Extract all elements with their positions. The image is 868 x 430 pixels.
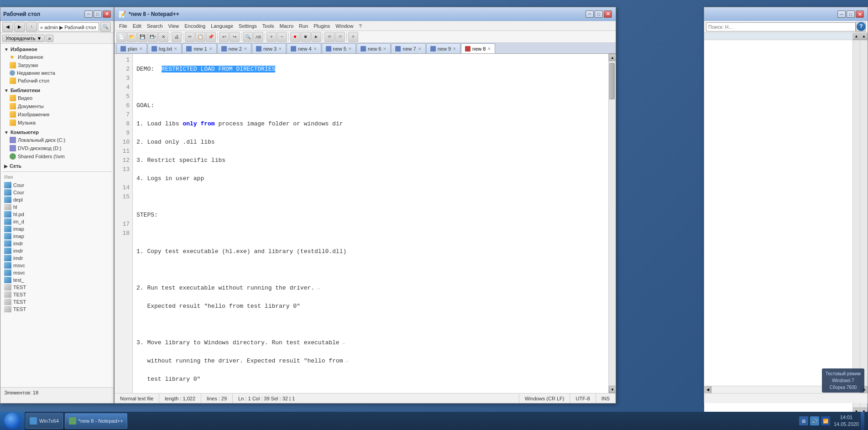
sidebar-item-desktop[interactable]: Рабочий стол	[2, 77, 112, 85]
toolbar-macro-stop-button[interactable]: ⏹	[301, 32, 311, 42]
sidebar-item-downloads[interactable]: Загрузки	[2, 61, 112, 69]
tab-new6-close[interactable]: ✕	[383, 47, 387, 51]
menu-encoding[interactable]: Encoding	[182, 22, 208, 30]
explorer-maximize-button[interactable]: □	[94, 10, 102, 18]
file-item[interactable]: depl	[2, 196, 112, 203]
scrollbar-thumb[interactable]	[609, 63, 615, 99]
file-item[interactable]: TEST	[2, 306, 112, 313]
file-item[interactable]: TEST	[2, 291, 112, 298]
scrollbar-down-button[interactable]: ▼	[609, 386, 616, 393]
sidebar-item-shared[interactable]: Shared Folders (\\vm	[2, 152, 112, 161]
notepad-minimize-button[interactable]: ─	[586, 10, 594, 18]
tab-log[interactable]: log.txt ✕	[147, 43, 182, 53]
tab-new1[interactable]: new 1 ✕	[182, 43, 216, 53]
tab-new5-close[interactable]: ✕	[348, 47, 352, 51]
toolbar-macro-record-button[interactable]: ⏺	[290, 32, 300, 42]
right-panel-minimize-button[interactable]: ─	[837, 10, 846, 18]
right-panel-close-button[interactable]: ✕	[856, 10, 864, 18]
menu-settings[interactable]: Settings	[236, 22, 260, 30]
toolbar-zoom-in-button[interactable]: +	[267, 32, 277, 42]
sidebar-network-header[interactable]: ▶ Сеть	[2, 162, 112, 170]
explorer-minimize-button[interactable]: ─	[84, 10, 93, 18]
file-item[interactable]: imdr	[2, 247, 112, 254]
file-item[interactable]: Cour	[2, 189, 112, 196]
tray-icon-2[interactable]: 🔊	[810, 416, 819, 425]
show-desktop-button[interactable]	[861, 412, 864, 430]
file-item[interactable]: TEST	[2, 298, 112, 306]
tab-new6[interactable]: new 6 ✕	[356, 43, 391, 53]
toolbar-copy-button[interactable]: 📋	[195, 32, 205, 42]
tab-new7[interactable]: new 7 ✕	[391, 43, 425, 53]
explorer-more-button[interactable]: »	[46, 35, 53, 42]
system-clock[interactable]: 14:01 14.05.2020	[834, 414, 859, 428]
menu-tools[interactable]: Tools	[260, 22, 277, 30]
toolbar-extra-button[interactable]: ≡	[348, 32, 358, 42]
toolbar-paste-button[interactable]: 📌	[206, 32, 216, 42]
tab-new1-close[interactable]: ✕	[209, 47, 213, 51]
taskbar-item-notepad[interactable]: *new 8 - Notepad++	[65, 413, 127, 429]
file-item[interactable]: imap	[2, 233, 112, 240]
toolbar-sync-button[interactable]: ⟳	[324, 32, 335, 42]
editor-vertical-scrollbar[interactable]: ▲ ▼	[608, 54, 616, 393]
file-item[interactable]: imdr	[2, 254, 112, 262]
tab-new2-close[interactable]: ✕	[244, 47, 247, 51]
sidebar-item-d-drive[interactable]: DVD-дисковод (D:)	[2, 144, 112, 152]
sidebar-item-images[interactable]: Изображения	[2, 110, 112, 119]
tab-new8[interactable]: new 8 ✕	[461, 43, 495, 53]
start-button[interactable]	[0, 412, 25, 430]
menu-plugins[interactable]: Plugins	[311, 22, 333, 30]
tab-new5[interactable]: new 5 ✕	[322, 43, 356, 53]
tray-icon-1[interactable]: ⊞	[799, 416, 808, 425]
file-item[interactable]: im_d	[2, 218, 112, 225]
right-scrollbar-up[interactable]: ▲	[853, 33, 860, 40]
sidebar-favorites-header[interactable]: ▼ Избранное	[2, 46, 112, 53]
menu-macro[interactable]: Macro	[277, 22, 296, 30]
toolbar-find-button[interactable]: 🔍	[243, 32, 253, 42]
sidebar-computer-header[interactable]: ▼ Компьютер	[2, 129, 112, 136]
explorer-close-button[interactable]: ✕	[103, 10, 111, 18]
editor-content[interactable]: DEMO: RESTRICTED LOAD FROM DIRECTORIES G…	[133, 54, 608, 393]
sidebar-item-favorites[interactable]: ★ Избранное	[2, 53, 112, 61]
toolbar-macro-play-button[interactable]: ▶	[311, 32, 321, 42]
toolbar-save-button[interactable]: 💾	[137, 32, 147, 42]
right-panel-maximize-button[interactable]: □	[847, 10, 855, 18]
menu-file[interactable]: File	[116, 22, 130, 30]
menu-view[interactable]: View	[166, 22, 182, 30]
tab-plan-close[interactable]: ✕	[139, 47, 143, 51]
menu-edit[interactable]: Edit	[130, 22, 144, 30]
right-scrollbar-track[interactable]	[853, 40, 860, 408]
tab-new3-close[interactable]: ✕	[278, 47, 282, 51]
menu-window[interactable]: Window	[333, 22, 356, 30]
explorer-address-bar[interactable]: « admin ▶ Рабочий стол	[38, 22, 99, 31]
menu-language[interactable]: Language	[208, 22, 236, 30]
toolbar-close-button[interactable]: ✕	[158, 32, 168, 42]
tab-new3[interactable]: new 3 ✕	[252, 43, 286, 53]
toolbar-save-all-button[interactable]: 💾+	[148, 32, 158, 42]
toolbar-zoom-out-button[interactable]: −	[277, 32, 287, 42]
toolbar-undo-button[interactable]: ↩	[219, 32, 229, 42]
file-item[interactable]: msvc	[2, 262, 112, 269]
toolbar-redo-button[interactable]: ↪	[230, 32, 240, 42]
menu-search[interactable]: Search	[144, 22, 166, 30]
taskbar-item-explorer[interactable]: Win7x64	[26, 413, 63, 429]
explorer-up-button[interactable]: ↑	[26, 22, 37, 32]
sidebar-item-recent[interactable]: Недавние места	[2, 69, 112, 77]
sidebar-item-video[interactable]: Видео	[2, 94, 112, 102]
tab-new4-close[interactable]: ✕	[314, 47, 317, 51]
sidebar-item-documents[interactable]: Документы	[2, 102, 112, 110]
toolbar-new-button[interactable]: 📄	[116, 32, 126, 42]
organize-button[interactable]: Упорядочить ▼	[2, 35, 45, 42]
notepad-close-button[interactable]: ✕	[604, 10, 612, 18]
file-item[interactable]: TEST	[2, 284, 112, 291]
file-item[interactable]: msvc	[2, 269, 112, 276]
tab-new9-close[interactable]: ✕	[453, 47, 456, 51]
toolbar-open-button[interactable]: 📂	[127, 32, 137, 42]
right-panel-search-input[interactable]	[706, 22, 856, 31]
sidebar-item-music[interactable]: Музыка	[2, 119, 112, 127]
tab-plan[interactable]: plan ✕	[116, 43, 147, 53]
file-item[interactable]: imdr	[2, 240, 112, 247]
file-item[interactable]: test_	[2, 276, 112, 284]
hscrollbar-left[interactable]: ◀	[704, 386, 711, 394]
file-item[interactable]: hl.pd	[2, 211, 112, 218]
tray-icon-3[interactable]: 📶	[821, 416, 830, 425]
